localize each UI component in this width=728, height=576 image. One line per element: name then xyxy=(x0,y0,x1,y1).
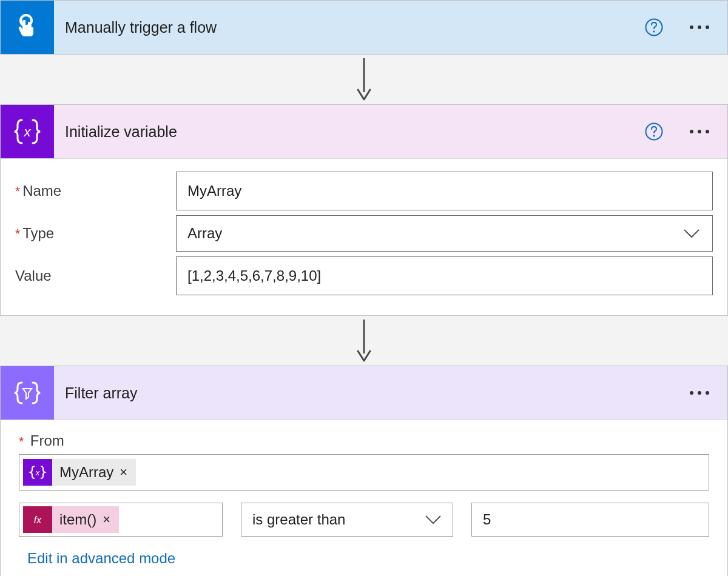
step-filter-header[interactable]: Filter array xyxy=(1,366,727,420)
token-remove-icon[interactable]: × xyxy=(103,512,119,527)
step-initialize-variable: x Initialize variable * Name xyxy=(0,104,728,316)
type-select[interactable]: Array xyxy=(176,215,713,252)
svg-point-0 xyxy=(21,15,32,26)
svg-text:x: x xyxy=(24,124,32,139)
step-trigger: Manually trigger a flow xyxy=(0,0,728,55)
field-label-name: * Name xyxy=(15,183,176,199)
flow-arrow xyxy=(0,55,728,104)
step-initvar-title: Initialize variable xyxy=(54,123,645,141)
trigger-touch-icon xyxy=(1,1,54,54)
type-select-value: Array xyxy=(187,225,683,242)
variable-brace-icon: x xyxy=(1,105,54,158)
edit-advanced-mode-link[interactable]: Edit in advanced mode xyxy=(19,550,175,567)
step-filter-title: Filter array xyxy=(54,384,690,402)
svg-text:x: x xyxy=(35,468,40,477)
filter-brace-icon xyxy=(1,366,54,420)
condition-left-input[interactable]: fx item() × xyxy=(19,503,223,537)
condition-left-fx-token[interactable]: fx item() × xyxy=(23,506,119,533)
help-icon[interactable] xyxy=(645,18,663,36)
variable-brace-icon: x xyxy=(23,459,52,486)
step-initvar-header[interactable]: x Initialize variable xyxy=(1,105,727,158)
condition-operator-value: is greater than xyxy=(252,511,425,528)
condition-operator-select[interactable]: is greater than xyxy=(241,503,453,537)
from-token-text: MyArray xyxy=(52,464,120,481)
svg-text:fx: fx xyxy=(34,515,42,525)
name-input[interactable] xyxy=(176,172,713,210)
field-label-type: * Type xyxy=(15,225,176,242)
more-menu-icon[interactable] xyxy=(690,391,709,395)
field-label-from: * From xyxy=(19,432,709,449)
step-filter-array: Filter array * From x xyxy=(0,366,728,576)
chevron-down-icon xyxy=(425,514,442,526)
svg-point-6 xyxy=(653,135,655,136)
required-mark: * xyxy=(19,434,24,448)
more-menu-icon[interactable] xyxy=(690,25,709,29)
more-menu-icon[interactable] xyxy=(690,130,709,133)
help-icon[interactable] xyxy=(645,122,663,141)
filter-condition-row: fx item() × is greater than 5 xyxy=(19,503,709,537)
step-trigger-header[interactable]: Manually trigger a flow xyxy=(1,1,727,54)
svg-point-2 xyxy=(653,30,655,32)
token-remove-icon[interactable]: × xyxy=(120,464,136,480)
fx-icon: fx xyxy=(23,506,52,533)
condition-left-token-text: item() xyxy=(52,511,103,528)
value-input[interactable] xyxy=(176,256,713,295)
step-filter-body: * From x MyArray × xyxy=(1,420,727,576)
field-label-value: Value xyxy=(15,267,176,284)
step-trigger-title: Manually trigger a flow xyxy=(54,19,645,36)
chevron-down-icon xyxy=(683,227,700,239)
required-mark: * xyxy=(15,226,20,241)
step-initvar-body: * Name * Type Array xyxy=(1,158,727,315)
from-input[interactable]: x MyArray × xyxy=(19,454,709,491)
required-mark: * xyxy=(15,184,20,198)
from-token-myarray[interactable]: x MyArray × xyxy=(23,459,136,486)
flow-arrow xyxy=(0,316,728,366)
condition-right-value: 5 xyxy=(483,511,491,528)
condition-right-input[interactable]: 5 xyxy=(471,503,709,537)
